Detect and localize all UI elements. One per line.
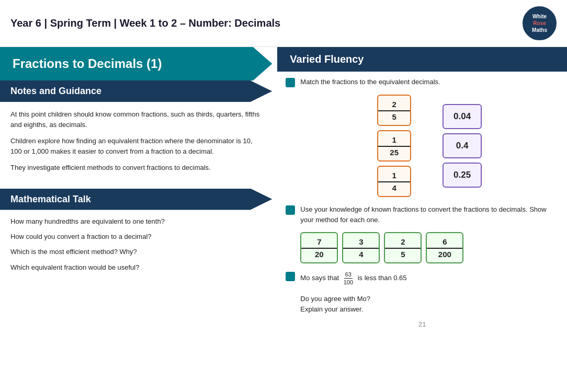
talk-q3: Which is the most efficient method? Why? [10,246,262,258]
frac0-den: 5 [392,112,396,121]
q3-icon [286,272,295,281]
fraction-box-2: 1 4 [377,166,411,197]
question-1-block: Match the fractions to the equivalent de… [286,77,559,87]
notes-para-3: They investigate efficient methods to co… [10,163,262,173]
q3-follow-line2: Explain your answer. [300,304,559,315]
fraction-box-0: 2 5 [377,95,411,126]
talk-content: How many hundredths are equivalent to on… [0,210,272,282]
talk-q2: How could you convert a fraction to a de… [10,230,262,243]
green-frac-3: 6 200 [426,232,463,263]
fraction-box-1: 1 25 [377,130,411,162]
q1-text: Match the fractions to the equivalent de… [300,77,440,87]
q1-icon [286,78,295,87]
green-frac-0: 7 20 [300,232,338,263]
decimal-box-1: 0.4 [443,133,482,158]
gfrac1-den: 4 [359,250,363,259]
q3-post: is less than 0.65 [358,274,407,282]
match-area: 2 5 1 25 1 4 0.04 0.4 0.25 [300,95,559,197]
page-header: Year 6 | Spring Term | Week 1 to 2 – Num… [0,0,567,47]
q3-pre: Mo says that [300,274,339,282]
q3-follow-text: Do you agree with Mo? Explain your answe… [300,294,559,316]
notes-guidance-header: Notes and Guidance [0,80,272,102]
decimal-column: 0.04 0.4 0.25 [443,104,482,188]
q3-text: Mo says that 63 100 is less than 0.65 [300,271,406,286]
fraction-column: 2 5 1 25 1 4 [377,95,411,197]
left-column: Fractions to Decimals (1) Notes and Guid… [0,47,272,392]
gfrac0-num: 7 [301,237,337,249]
q3-follow-line1: Do you agree with Mo? [300,294,559,305]
notes-content: At this point children should know commo… [0,102,272,187]
q2-text: Use your knowledge of known fractions to… [300,204,559,225]
right-content: Match the fractions to the equivalent de… [277,77,567,315]
q3-frac-num: 63 [344,271,353,279]
varied-fluency-header: Varied Fluency [277,47,567,72]
gfrac3-num: 6 [427,237,462,249]
main-title-banner: Fractions to Decimals (1) [0,47,272,80]
notes-para-1: At this point children should know commo… [10,109,262,130]
talk-q1: How many hundredths are equivalent to on… [10,215,262,227]
frac0-num: 2 [378,100,410,111]
q3-frac-den: 100 [343,279,354,286]
main-title-text: Fractions to Decimals (1) [13,56,162,71]
logo-line2: Rose [533,20,546,27]
gfrac1-num: 3 [343,237,379,249]
green-fraction-area: 7 20 3 4 2 5 6 200 [300,232,559,263]
wrm-logo: White Rose Maths [523,6,557,40]
page-title: Year 6 | Spring Term | Week 1 to 2 – Num… [10,17,280,29]
frac1-den: 25 [390,148,399,157]
page-number: 21 [277,320,567,328]
right-column: Varied Fluency Match the fractions to th… [272,47,567,392]
q2-icon [286,205,295,215]
main-content: Fractions to Decimals (1) Notes and Guid… [0,47,567,392]
decimal-box-0: 0.04 [443,104,482,129]
logo-line1: White [532,13,547,20]
talk-q4: Which equivalent fraction would be usefu… [10,261,262,273]
gfrac2-den: 5 [401,250,405,259]
gfrac0-den: 20 [315,250,324,259]
green-frac-2: 2 5 [384,232,422,263]
frac1-num: 1 [378,135,410,147]
logo-line3: Maths [532,27,547,33]
notes-para-2: Children explore how finding an equivale… [10,136,262,156]
q3-inline-fraction: 63 100 [343,271,354,286]
decimal-box-2: 0.25 [443,163,482,188]
gfrac3-den: 200 [438,250,451,259]
frac2-den: 4 [392,183,396,192]
green-frac-1: 3 4 [342,232,380,263]
gfrac2-num: 2 [385,237,421,249]
question-2-block: Use your knowledge of known fractions to… [286,204,559,225]
question-3-block: Mo says that 63 100 is less than 0.65 [286,271,559,286]
frac2-num: 1 [378,171,410,182]
mathematical-talk-header: Mathematical Talk [0,189,272,210]
